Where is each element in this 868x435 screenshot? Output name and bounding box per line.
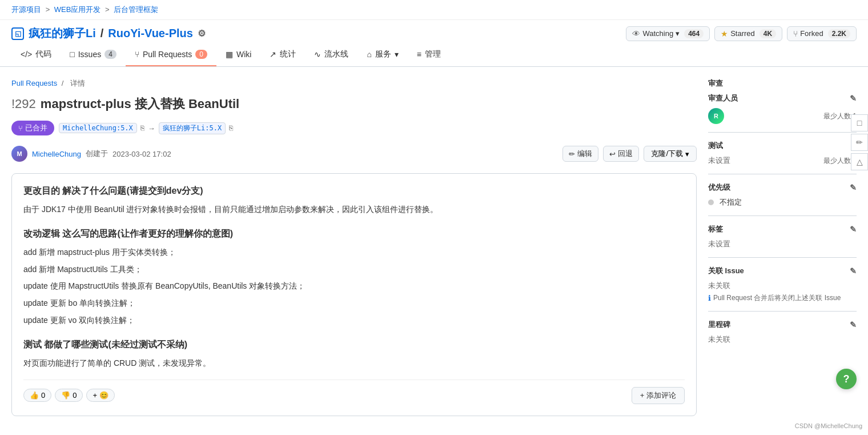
edit-button[interactable]: ✏ 编辑 bbox=[562, 146, 598, 162]
pr-title: mapstruct-plus 接入替换 BeanUtil bbox=[41, 95, 239, 113]
eye-icon: 👁 bbox=[632, 29, 640, 38]
pipeline-tab-icon: ∿ bbox=[314, 50, 321, 59]
revert-button[interactable]: ↩ 回退 bbox=[603, 146, 639, 162]
services-tab-label: 服务 bbox=[375, 49, 391, 59]
repo-header: ◱ 疯狂的狮子Li / RuoYi-Vue-Plus ⚙ 👁 Watching … bbox=[0, 20, 868, 41]
milestone-title-label: 里程碑 bbox=[708, 320, 730, 330]
services-dropdown-icon: ▾ bbox=[395, 50, 399, 59]
pr-title-row: !292 mapstruct-plus 接入替换 BeanUtil bbox=[11, 95, 697, 113]
add-comment-button[interactable]: + 添加评论 bbox=[632, 387, 685, 404]
breadcrumb-webapp[interactable]: WEB应用开发 bbox=[54, 5, 101, 14]
sidebar-review-title: 审查 bbox=[708, 78, 857, 89]
code-tab-label: 代码 bbox=[35, 49, 51, 59]
thumbsdown-button[interactable]: 👎 0 bbox=[55, 389, 83, 402]
watermark: CSDN @MichelleChung bbox=[795, 422, 862, 429]
reviewer-left: R bbox=[708, 108, 724, 124]
thumbsdown-count: 0 bbox=[73, 391, 77, 400]
priority-title-label: 优先级 bbox=[708, 182, 730, 193]
tab-wiki[interactable]: ▦ Wiki bbox=[216, 43, 260, 66]
sidebar-priority-title: 优先级 ✎ bbox=[708, 182, 857, 193]
add-comment-label: + 添加评论 bbox=[640, 391, 676, 400]
pipeline-tab-label: 流水线 bbox=[324, 49, 348, 59]
repo-owner: 疯狂的狮子Li bbox=[29, 26, 96, 41]
branch-arrow: → bbox=[148, 124, 155, 133]
issue-info-text: Pull Request 合并后将关闭上述关联 Issue bbox=[713, 293, 841, 303]
priority-edit-icon[interactable]: ✎ bbox=[850, 183, 857, 192]
star-label: Starred bbox=[730, 29, 755, 38]
stats-tab-label: 统计 bbox=[280, 49, 296, 59]
content-line-4: update 更新 vo 双向转换注解； bbox=[23, 314, 685, 328]
section-heading-0: 更改目的 解决了什么问题(请提交到dev分支) bbox=[23, 185, 685, 197]
priority-dot bbox=[708, 199, 714, 205]
tab-issues[interactable]: □ Issues 4 bbox=[61, 43, 126, 66]
reactions-bar: 👍 0 👎 0 + 😊 + 添加评论 bbox=[23, 380, 685, 404]
tab-navigation: </> 代码 □ Issues 4 ⑂ Pull Requests 0 ▦ Wi… bbox=[0, 43, 868, 67]
repo-name[interactable]: RuoYi-Vue-Plus bbox=[108, 27, 193, 40]
top-breadcrumb: 开源项目 > WEB应用开发 > 后台管理框架 bbox=[0, 0, 868, 20]
content-line-3: update 更新 bo 单向转换注解； bbox=[23, 297, 685, 310]
watch-dropdown-icon: ▾ bbox=[676, 29, 680, 38]
sidebar-review-section: 审查 审查人员 ✎ R 最少人数 1 bbox=[708, 78, 857, 132]
right-icon-3[interactable]: △ bbox=[851, 153, 868, 170]
content-breadcrumb-current: 详情 bbox=[70, 79, 85, 87]
label-value: 未设置 bbox=[708, 240, 730, 248]
right-sidebar-icons: □ ✏ △ bbox=[851, 114, 868, 170]
reviewer-edit-icon[interactable]: ✎ bbox=[850, 94, 857, 103]
wiki-tab-label: Wiki bbox=[236, 50, 251, 59]
reviewer-avatar: R bbox=[708, 108, 724, 124]
issue-edit-icon[interactable]: ✎ bbox=[850, 266, 857, 276]
page-content: Pull Requests / 详情 !292 mapstruct-plus 接… bbox=[0, 67, 868, 435]
test-title-label: 测试 bbox=[708, 141, 723, 151]
emoji-button[interactable]: + 😊 bbox=[86, 389, 114, 402]
tab-code[interactable]: </> 代码 bbox=[11, 43, 61, 66]
sidebar-test-title: 测试 bbox=[708, 141, 857, 151]
watch-button[interactable]: 👁 Watching ▾ 464 bbox=[626, 26, 710, 41]
tab-services[interactable]: ⌂ 服务 ▾ bbox=[357, 43, 407, 66]
content-line-0: add 新增 mapstruct-plus 用于实体类转换； bbox=[23, 246, 685, 260]
section-heading-1: 改动逻辑 这么写的思路(让作者更好的理解你的意图) bbox=[23, 228, 685, 240]
copy-source-icon[interactable]: ⎘ bbox=[140, 124, 144, 132]
right-icon-1[interactable]: □ bbox=[851, 114, 868, 131]
help-button[interactable]: ? bbox=[836, 369, 857, 389]
author-info: M MichelleChung 创建于 2023-03-02 17:02 bbox=[11, 146, 171, 162]
main-area: Pull Requests / 详情 !292 mapstruct-plus 接… bbox=[11, 78, 697, 425]
author-name[interactable]: MichelleChung bbox=[32, 150, 81, 158]
settings-icon[interactable]: ⚙ bbox=[198, 28, 206, 39]
merged-badge: ⑂ 已合并 bbox=[11, 121, 54, 135]
star-button[interactable]: ★ Starred 4K bbox=[714, 26, 782, 41]
label-edit-icon[interactable]: ✎ bbox=[850, 225, 857, 234]
breadcrumb-admin[interactable]: 后台管理框架 bbox=[114, 5, 158, 14]
clone-label: 克隆/下载 bbox=[651, 149, 683, 159]
reactions: 👍 0 👎 0 + 😊 bbox=[23, 389, 115, 402]
clone-button[interactable]: 克隆/下载 ▾ bbox=[644, 146, 697, 162]
fork-label: Forked bbox=[800, 29, 823, 38]
created-label: 创建于 bbox=[86, 149, 108, 159]
admin-tab-icon: ≡ bbox=[417, 50, 421, 59]
thumbsup-button[interactable]: 👍 0 bbox=[23, 389, 51, 402]
sidebar-milestone-section: 里程碑 ✎ 未关联 bbox=[708, 311, 857, 353]
right-icon-2[interactable]: ✏ bbox=[851, 134, 868, 151]
pr-meta: ⑂ 已合并 MichelleChung:5.X ⎘ → 疯狂的狮子Li:5.X … bbox=[11, 121, 697, 135]
sidebar-issue-info: ℹ Pull Request 合并后将关闭上述关联 Issue bbox=[708, 293, 857, 303]
breadcrumb-opensource[interactable]: 开源项目 bbox=[11, 5, 41, 14]
tab-stats[interactable]: ↗ 统计 bbox=[260, 43, 305, 66]
star-icon: ★ bbox=[721, 29, 728, 38]
info-icon: ℹ bbox=[708, 294, 711, 302]
thumbsdown-icon: 👎 bbox=[61, 391, 70, 400]
thumbsup-count: 0 bbox=[41, 391, 45, 400]
fork-count: 2.2K bbox=[828, 29, 850, 38]
copy-target-icon[interactable]: ⎘ bbox=[229, 124, 233, 132]
issues-tab-label: Issues bbox=[78, 50, 101, 59]
tab-pullrequests[interactable]: ⑂ Pull Requests 0 bbox=[126, 43, 216, 66]
fork-button[interactable]: ⑂ Forked 2.2K bbox=[787, 26, 857, 41]
priority-value: 不指定 bbox=[720, 197, 742, 207]
content-line-1: add 新增 MapstructUtils 工具类； bbox=[23, 263, 685, 277]
issues-tab-badge: 4 bbox=[105, 50, 116, 59]
section-content-1: add 新增 mapstruct-plus 用于实体类转换； add 新增 Ma… bbox=[23, 246, 685, 328]
content-breadcrumb-parent[interactable]: Pull Requests bbox=[11, 79, 57, 87]
milestone-edit-icon[interactable]: ✎ bbox=[850, 320, 857, 329]
created-date: 2023-03-02 17:02 bbox=[112, 150, 171, 158]
tab-admin[interactable]: ≡ 管理 bbox=[408, 43, 450, 66]
reviewer-title-label: 审查人员 bbox=[708, 93, 738, 103]
tab-pipeline[interactable]: ∿ 流水线 bbox=[305, 43, 357, 66]
